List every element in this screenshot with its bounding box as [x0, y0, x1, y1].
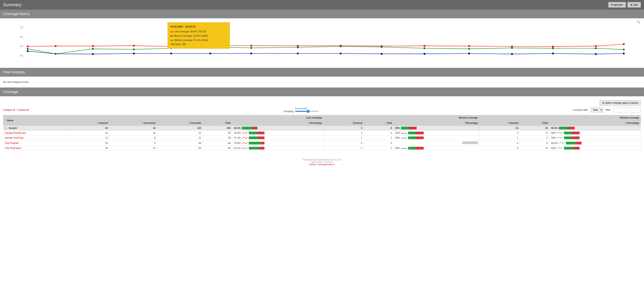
row-line-coverable: 38 — [157, 146, 203, 151]
line-bar — [249, 132, 264, 134]
col-line-total[interactable]: ↑ Total — [203, 120, 232, 126]
col-branch-total[interactable]: ↑ Total — [364, 120, 394, 126]
summary-method-covered: 14 — [480, 126, 520, 131]
coverage-area: ⚙ Select coverage types & metrics Collap… — [0, 96, 644, 155]
svg-point-52 — [511, 47, 513, 49]
col-line-covered[interactable]: ↑ Covered — [69, 120, 110, 126]
chart-search-icon[interactable]: 🔍 — [637, 20, 640, 23]
row-branch-covered: 1 — [324, 146, 364, 151]
summary-row: — Sample 83 42 125 260 66.4% 3 6 — [3, 126, 641, 131]
table-row: Sample.TestClass 12 9 21 38 57.1% 1 2 50… — [3, 135, 641, 140]
group-branch-coverage: Branch coverage — [324, 115, 480, 120]
svg-point-51 — [468, 48, 470, 50]
row-method-covered: 4 — [480, 140, 520, 146]
svg-point-26 — [92, 53, 94, 55]
no-risk-message: No risk hotspots found. — [3, 80, 29, 83]
svg-point-18 — [424, 45, 426, 47]
row-line-total: 84 — [203, 140, 232, 146]
row-method-covered: 3 — [480, 131, 520, 135]
row-name[interactable]: Sample.PartialClass — [3, 131, 69, 135]
row-line-uncovered: 10 — [110, 131, 157, 135]
coverage-table: ↓ Name Line coverage Branch coverage Met… — [3, 115, 641, 151]
table-row: Test.Program 35 9 44 84 79.5% 0 0 4 6 66… — [3, 140, 641, 146]
footer-reportgenerator-link[interactable]: reportgenerator.io — [318, 163, 335, 166]
footer-date: 01.01.2023 - 12:41:37 — [4, 161, 640, 163]
method-bar — [566, 142, 582, 144]
sponsor-button[interactable]: ♥ Sponsor — [608, 2, 626, 7]
row-branch-total: 0 — [364, 140, 394, 146]
svg-point-14 — [250, 45, 252, 47]
row-branch-covered: 0 — [324, 140, 364, 146]
svg-point-8 — [27, 45, 29, 47]
col-line-uncovered[interactable]: ↑ Uncovered — [110, 120, 157, 126]
compare-select[interactable]: Date — [590, 107, 603, 112]
collapse-expand-controls: Collapse all | Expand all — [3, 109, 29, 111]
row-method-pct: 50% — [550, 131, 641, 135]
svg-point-11 — [133, 45, 135, 47]
summary-name: — Sample — [3, 126, 69, 131]
coverage-chart: 70 60 50 40 — [2, 22, 642, 63]
col-line-pct[interactable]: ↑ Percentage — [232, 120, 324, 126]
col-line-coverable[interactable]: ↑ Coverable — [157, 120, 203, 126]
summary-line-uncovered: 42 — [110, 126, 157, 131]
col-name[interactable]: ↓ Name — [3, 115, 69, 126]
compare-filter-controls: Compare with: Date Filter: — [573, 107, 641, 112]
group-method-coverage: Method coverage — [480, 115, 641, 120]
svg-text:60: 60 — [20, 35, 23, 38]
svg-point-21 — [552, 46, 554, 47]
coverage-section-header: Coverage — [0, 87, 644, 96]
col-method-total[interactable]: ↑ Total — [520, 120, 550, 126]
page-title: Summary — [3, 2, 22, 7]
row-name[interactable]: Test.Program — [3, 140, 69, 146]
row-line-pct: 54.5% — [232, 131, 324, 135]
svg-point-38 — [595, 53, 597, 55]
row-line-covered: 24 — [69, 146, 110, 151]
footer: Generated by: ReportGenerator 5.1.14.0 0… — [0, 155, 644, 169]
row-method-pct: 50% — [550, 135, 641, 140]
row-name[interactable]: Test.TestClass2 — [3, 146, 69, 151]
svg-point-41 — [55, 53, 56, 55]
svg-point-34 — [424, 53, 426, 55]
table-row: Test.TestClass2 24 14 38 85 63.1% 1 2 50… — [3, 146, 641, 151]
row-branch-pct: 50% — [394, 131, 480, 135]
star-button[interactable]: ★ Star — [628, 2, 641, 7]
select-coverage-button[interactable]: ⚙ Select coverage types & metrics — [600, 100, 641, 106]
row-name[interactable]: Sample.TestClass — [3, 135, 69, 140]
risk-hotspots-area: No risk hotspots found. — [0, 77, 644, 87]
col-method-pct[interactable]: ↑ Percentage — [550, 120, 641, 126]
summary-line-covered: 83 — [69, 126, 110, 131]
svg-point-19 — [468, 45, 470, 47]
expand-all-link[interactable]: Expand all — [18, 109, 29, 111]
footer-links: GitHub | reportgenerator.io — [4, 163, 640, 166]
row-method-total: 2 — [520, 135, 550, 140]
footer-github-link[interactable]: GitHub — [309, 163, 316, 166]
line-bar — [249, 142, 264, 144]
svg-text:50: 50 — [20, 44, 23, 48]
chart-tooltip: 04.02.2022 - 20:50:35 Line coverage: 58.… — [168, 22, 230, 49]
col-branch-pct[interactable]: ↑ Percentage — [394, 120, 480, 126]
row-line-coverable: 22 — [157, 131, 203, 135]
compare-label: Compare with: — [573, 109, 588, 111]
svg-point-46 — [250, 47, 252, 49]
svg-point-33 — [381, 53, 383, 55]
branch-bar — [408, 136, 424, 139]
grouping-label: By assembly — [295, 107, 307, 110]
slider-thumb[interactable] — [306, 110, 310, 113]
coverage-history-header: Coverage history — [0, 9, 644, 18]
col-method-covered[interactable]: ↑ Covered — [480, 120, 520, 126]
svg-point-22 — [595, 45, 597, 47]
svg-point-10 — [92, 45, 94, 47]
summary-method-total: 24 — [520, 126, 550, 131]
grouping-input-label: Grouping: — [284, 110, 294, 113]
collapse-all-link[interactable]: Collapse all — [3, 109, 15, 111]
grouping-slider[interactable] — [295, 111, 318, 112]
row-line-pct: 57.1% — [232, 135, 324, 140]
filter-input[interactable] — [614, 108, 641, 112]
row-method-total: 6 — [520, 131, 550, 135]
svg-point-47 — [297, 46, 299, 48]
grouping-control: By assembly Grouping: — [284, 107, 319, 113]
grouping-row: Grouping: — [284, 110, 319, 113]
col-branch-covered[interactable]: ↑ Covered — [324, 120, 364, 126]
summary-method-pct: 58.3% — [550, 126, 641, 131]
summary-method-bar — [559, 127, 574, 129]
